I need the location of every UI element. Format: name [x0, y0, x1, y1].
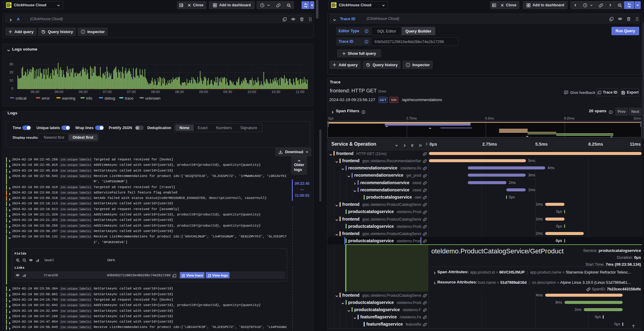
svg-text:05:30: 05:30: [30, 90, 39, 94]
svg-text:info: info: [86, 96, 92, 101]
svg-text:08:30: 08:30: [175, 90, 184, 94]
svg-text:07:00: 07:00: [103, 90, 111, 94]
svg-text:20: 20: [9, 70, 13, 74]
svg-text:30: 30: [9, 62, 13, 66]
svg-text:error: error: [42, 96, 50, 101]
svg-text:06:00: 06:00: [55, 90, 63, 94]
svg-text:07:30: 07:30: [127, 90, 136, 94]
svg-text:debug: debug: [105, 96, 115, 101]
svg-text:0: 0: [11, 86, 13, 90]
svg-text:09:30: 09:30: [223, 90, 232, 94]
svg-text:10:30: 10:30: [271, 90, 280, 94]
svg-text:critical: critical: [16, 96, 27, 101]
svg-text:trace: trace: [125, 96, 133, 101]
svg-text:10: 10: [9, 78, 13, 82]
svg-text:unknown: unknown: [145, 96, 160, 101]
svg-text:06:30: 06:30: [79, 90, 87, 94]
svg-text:warning: warning: [62, 96, 75, 101]
svg-text:09:00: 09:00: [199, 90, 208, 94]
svg-text:10:00: 10:00: [247, 90, 256, 94]
svg-text:08:00: 08:00: [151, 90, 160, 94]
svg-text:11:00: 11:00: [296, 90, 304, 94]
